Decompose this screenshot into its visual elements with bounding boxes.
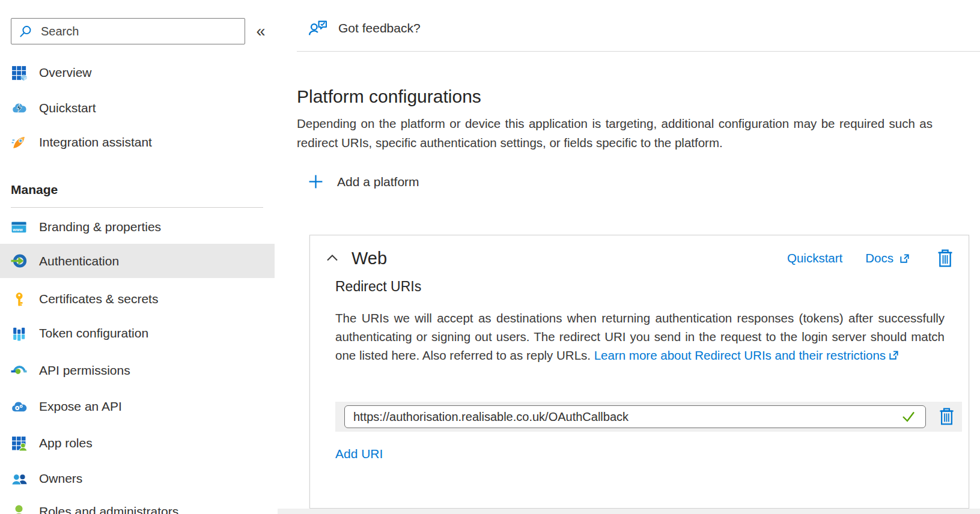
page-title: Platform configurations (297, 86, 481, 107)
sidebar-item-label: Expose an API (39, 399, 122, 414)
overview-icon (11, 65, 27, 81)
redirect-uri-field (344, 405, 926, 428)
plus-icon (308, 174, 324, 190)
external-link-icon (888, 349, 899, 361)
search-icon (19, 25, 32, 38)
learn-more-label: Learn more about Redirect URIs and their… (594, 348, 886, 362)
sidebar-item-label: Overview (39, 65, 92, 80)
integration-assistant-icon (11, 135, 27, 151)
authentication-icon (11, 253, 27, 269)
delete-uri-button[interactable] (939, 408, 955, 425)
web-card-header: Web Quickstart Docs (325, 246, 954, 270)
branding-icon: www (11, 219, 27, 235)
sidebar-item-quickstart[interactable]: Quickstart (0, 91, 275, 125)
sidebar-item-label: API permissions (39, 363, 130, 378)
sidebar-item-authentication[interactable]: Authentication (0, 244, 275, 278)
trash-icon (939, 408, 955, 425)
roles-administrators-icon (11, 504, 27, 514)
header-divider (297, 51, 980, 52)
quickstart-icon (11, 100, 27, 116)
sidebar-item-label: Authentication (39, 254, 119, 268)
sidebar-item-token-configuration[interactable]: Token configuration (0, 316, 275, 351)
trash-icon (937, 249, 954, 267)
sidebar-divider (11, 207, 263, 208)
delete-web-platform-button[interactable] (937, 249, 954, 267)
sidebar-item-label: Quickstart (39, 101, 96, 115)
external-link-icon (899, 253, 910, 264)
add-platform-label: Add a platform (337, 175, 419, 189)
redirect-uris-title: Redirect URIs (335, 279, 421, 295)
feedback-label: Got feedback? (338, 21, 421, 35)
quickstart-link[interactable]: Quickstart (787, 251, 842, 265)
valid-check-icon (901, 411, 916, 423)
expose-api-icon (11, 399, 27, 415)
sidebar-item-label: Owners (39, 471, 82, 486)
sidebar-item-expose-an-api[interactable]: Expose an API (0, 389, 275, 424)
sidebar-item-owners[interactable]: Owners (0, 461, 275, 496)
sidebar-item-label: Certificates & secrets (39, 292, 158, 306)
sidebar-item-app-roles[interactable]: App roles (0, 426, 275, 461)
sidebar-item-integration-assistant[interactable]: Integration assistant (0, 125, 275, 160)
redirect-uri-row (335, 402, 962, 432)
sidebar-item-label: Roles and administrators (39, 504, 178, 514)
sidebar-item-api-permissions[interactable]: API permissions (0, 353, 275, 388)
add-uri-link[interactable]: Add URI (335, 447, 383, 461)
owners-icon (11, 471, 27, 487)
sidebar-item-overview[interactable]: Overview (0, 55, 275, 90)
sidebar-item-branding-properties[interactable]: www Branding & properties (0, 210, 275, 244)
redirect-uris-description: The URIs we will accept as destinations … (335, 309, 945, 364)
web-card-title: Web (352, 249, 387, 268)
add-platform-button[interactable]: Add a platform (308, 174, 419, 190)
search-input[interactable] (40, 24, 237, 39)
collapse-web-section-button[interactable] (325, 251, 339, 265)
sidebar-item-label: Token configuration (39, 326, 148, 340)
redirect-uri-input[interactable] (345, 406, 925, 428)
got-feedback-link[interactable]: Got feedback? (308, 19, 421, 37)
sidebar: « Overview Quickstart (0, 0, 276, 514)
sidebar-item-roles-and-administrators[interactable]: Roles and administrators (0, 494, 275, 514)
docs-link-label: Docs (865, 251, 893, 265)
app-roles-icon (11, 435, 27, 452)
token-configuration-icon (11, 325, 27, 342)
svg-text:www: www (12, 228, 23, 232)
sidebar-item-label: Integration assistant (39, 135, 152, 150)
page-description: Depending on the platform or device this… (297, 114, 933, 153)
collapse-sidebar-button[interactable]: « (250, 20, 272, 43)
feedback-icon (308, 19, 328, 37)
search-box[interactable] (11, 18, 245, 44)
sidebar-item-certificates-secrets[interactable]: Certificates & secrets (0, 282, 275, 316)
chevron-up-icon (325, 251, 339, 265)
content-bottom-strip (278, 509, 980, 514)
manage-section-label: Manage (11, 183, 58, 197)
sidebar-item-label: Branding & properties (39, 220, 161, 234)
api-permissions-icon (11, 363, 27, 379)
sidebar-item-label: App roles (39, 436, 93, 450)
learn-more-link[interactable]: Learn more about Redirect URIs and their… (594, 348, 899, 362)
web-platform-card: Web Quickstart Docs Redire (309, 235, 969, 509)
certificates-icon (11, 291, 27, 307)
docs-link[interactable]: Docs (865, 251, 910, 265)
